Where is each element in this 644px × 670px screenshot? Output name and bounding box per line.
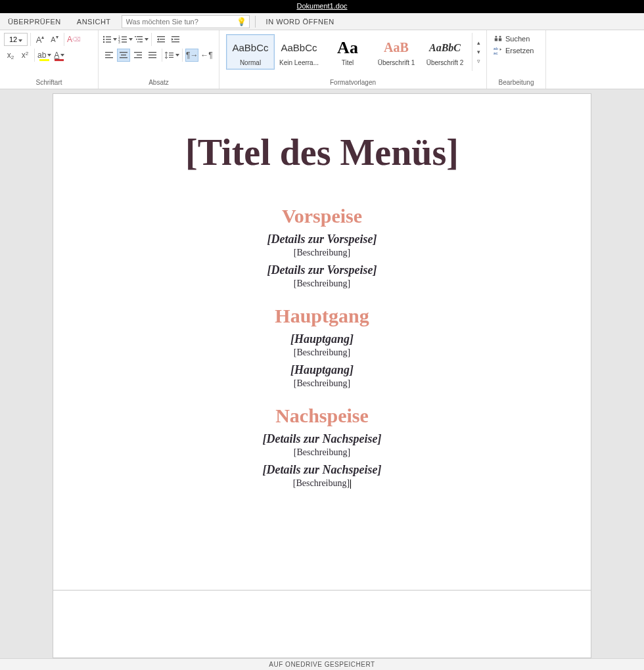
style-name: Titel <box>342 59 354 66</box>
find-button[interactable]: Suchen <box>491 33 541 45</box>
group-styles-label: Formatvorlagen <box>223 78 482 87</box>
title-bar: Dokument1.doc <box>0 0 644 13</box>
line-spacing-button[interactable] <box>165 49 179 62</box>
item-heading[interactable]: [Details zur Nachspeise] <box>93 432 551 446</box>
svg-rect-23 <box>172 41 179 42</box>
font-color-button[interactable]: A <box>53 49 66 62</box>
svg-text:ab: ab <box>494 46 498 51</box>
svg-rect-37 <box>169 55 173 55</box>
style-name: Überschrift 2 <box>426 59 464 66</box>
svg-rect-12 <box>135 36 136 37</box>
replace-icon: abac <box>494 46 503 55</box>
item-description[interactable]: [Beschreibung] <box>93 248 551 258</box>
tab-view[interactable]: ANSICHT <box>69 13 119 30</box>
ribbon: 12 A▴ A▾ A⌫ x2 x2 ab A Schriftart <box>0 30 644 89</box>
group-paragraph: 123 ¶→ <box>99 30 219 89</box>
styles-more-button[interactable]: ▴ ▾ ▿ <box>472 33 482 71</box>
svg-rect-20 <box>157 41 165 42</box>
item-description[interactable]: [Beschreibung] <box>93 378 551 389</box>
document-canvas[interactable]: [Titel des Menüs] Vorspeise [Details zur… <box>0 89 644 658</box>
more-icon: ▿ <box>474 56 482 66</box>
svg-rect-29 <box>120 57 127 58</box>
align-left-button[interactable] <box>103 49 116 62</box>
increase-indent-button[interactable] <box>169 33 182 46</box>
lightbulb-icon: 💡 <box>237 17 246 26</box>
replace-label: Ersetzen <box>505 47 534 55</box>
style-normal[interactable]: AaBbCc Normal <box>226 34 275 70</box>
font-size-combo[interactable]: 12 <box>4 33 28 46</box>
divider <box>255 16 256 28</box>
svg-rect-28 <box>121 55 126 55</box>
style-heading2[interactable]: AaBbC Überschrift 2 <box>421 34 469 70</box>
align-right-button[interactable] <box>131 49 145 62</box>
section-heading[interactable]: Vorspeise <box>93 205 551 227</box>
style-no-spacing[interactable]: AaBbCc Kein Leerra... <box>275 34 323 70</box>
item-heading[interactable]: [Details zur Vorspeise] <box>93 263 551 277</box>
bullets-button[interactable] <box>103 33 117 46</box>
svg-rect-19 <box>160 39 165 39</box>
item-heading[interactable]: [Details zur Nachspeise] <box>93 463 551 477</box>
item-heading[interactable]: [Hauptgang] <box>93 332 551 346</box>
svg-rect-30 <box>134 52 142 53</box>
style-title[interactable]: Aa Titel <box>323 34 372 70</box>
justify-button[interactable] <box>146 49 159 62</box>
clear-formatting-button[interactable]: A⌫ <box>67 33 81 46</box>
item-heading[interactable]: [Details zur Vorspeise] <box>93 233 551 246</box>
ltr-direction-button[interactable]: ¶→ <box>185 49 198 62</box>
svg-point-2 <box>103 39 104 40</box>
svg-rect-15 <box>138 39 143 39</box>
svg-rect-27 <box>120 52 127 53</box>
group-paragraph-label: Absatz <box>103 78 215 87</box>
svg-rect-25 <box>105 55 110 55</box>
svg-rect-13 <box>137 36 143 37</box>
numbering-button[interactable]: 123 <box>118 33 133 46</box>
style-name: Überschrift 1 <box>378 59 415 66</box>
highlight-button[interactable]: ab <box>37 49 51 62</box>
svg-rect-26 <box>105 57 113 58</box>
save-status: AUF ONEDRIVE GESPEICHERT <box>269 661 375 668</box>
item-heading[interactable]: [Hauptgang] <box>93 363 551 377</box>
page[interactable]: [Titel des Menüs] Vorspeise [Details zur… <box>53 93 591 658</box>
svg-rect-22 <box>174 39 179 39</box>
multilevel-list-button[interactable] <box>134 33 149 46</box>
svg-text:ac: ac <box>494 51 497 55</box>
item-description[interactable]: [Beschreibung] <box>93 347 551 358</box>
svg-rect-36 <box>169 53 173 53</box>
group-font-label: Schriftart <box>4 78 94 87</box>
shrink-font-button[interactable]: A▾ <box>48 33 61 46</box>
decrease-indent-button[interactable] <box>154 33 168 46</box>
page-break-line <box>53 590 591 591</box>
group-editing: Suchen abac Ersetzen Bearbeitung <box>487 30 546 89</box>
grow-font-button[interactable]: A▴ <box>34 33 47 46</box>
item-description[interactable]: [Beschreibung] <box>93 447 551 458</box>
item-description[interactable]: [Beschreibung] <box>93 478 551 489</box>
svg-rect-11 <box>122 41 127 42</box>
open-in-word-button[interactable]: IN WORD ÖFFNEN <box>258 13 342 30</box>
replace-button[interactable]: abac Ersetzen <box>491 45 541 56</box>
tab-review[interactable]: ÜBERPRÜFEN <box>0 13 69 30</box>
chevron-down-icon: ▾ <box>474 47 482 56</box>
rtl-direction-button[interactable]: ←¶ <box>200 49 213 62</box>
svg-rect-35 <box>149 57 156 58</box>
superscript-button[interactable]: x2 <box>18 49 32 62</box>
styles-gallery[interactable]: AaBbCc Normal AaBbCc Kein Leerra... Aa T… <box>223 33 472 71</box>
svg-rect-33 <box>149 52 156 53</box>
section-heading[interactable]: Hauptgang <box>93 305 551 327</box>
item-description[interactable]: [Beschreibung] <box>93 279 551 289</box>
style-sample: AaBbC <box>429 38 461 58</box>
svg-rect-7 <box>122 36 127 37</box>
align-center-button[interactable] <box>117 49 130 62</box>
style-sample: AaBbCc <box>232 38 268 58</box>
svg-rect-34 <box>149 55 156 55</box>
subscript-button[interactable]: x2 <box>4 49 17 62</box>
style-name: Normal <box>240 59 261 66</box>
svg-rect-16 <box>137 41 139 42</box>
style-sample: AaB <box>384 38 409 58</box>
section-heading[interactable]: Nachspeise <box>93 405 551 427</box>
tell-me-box[interactable]: 💡 <box>122 15 250 28</box>
style-heading1[interactable]: AaB Überschrift 1 <box>372 34 421 70</box>
svg-rect-21 <box>172 36 179 37</box>
document-title[interactable]: [Titel des Menüs] <box>93 133 551 172</box>
tell-me-input[interactable] <box>122 18 227 26</box>
svg-rect-32 <box>134 57 142 58</box>
